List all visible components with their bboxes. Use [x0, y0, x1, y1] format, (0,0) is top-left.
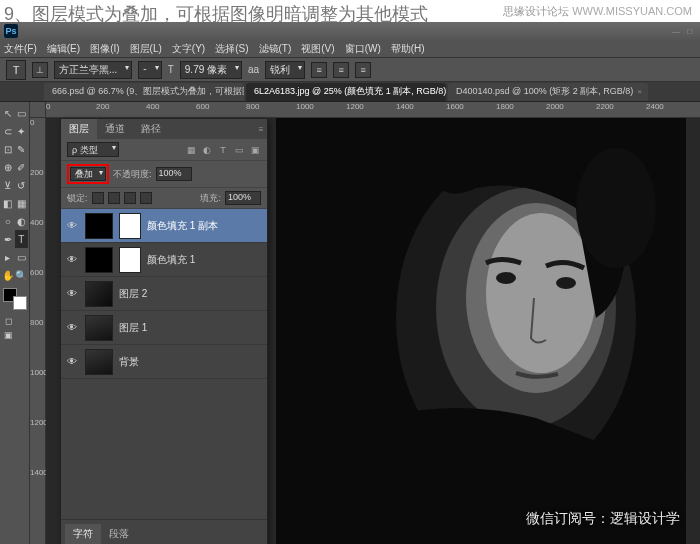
layer-name[interactable]: 颜色填充 1 副本 — [147, 219, 218, 233]
layer-row[interactable]: 👁 背景 — [61, 345, 267, 379]
menu-filter[interactable]: 滤镜(T) — [259, 42, 292, 56]
path-select-icon[interactable]: ▸ — [1, 248, 15, 266]
antialias-label: aa — [248, 64, 259, 75]
screenmode-icon[interactable]: ▣ — [1, 328, 15, 342]
layer-thumb[interactable] — [85, 315, 113, 341]
tab-2[interactable]: D400140.psd @ 100% (矩形 2 副本, RGB/8)× — [448, 83, 648, 101]
ruler-tick: 400 — [30, 218, 43, 227]
align-center-icon[interactable]: ≡ — [333, 62, 349, 78]
eye-icon[interactable]: 👁 — [65, 219, 79, 233]
layer-thumb[interactable] — [85, 247, 113, 273]
move-tool-icon[interactable]: ↖ — [1, 104, 15, 122]
lock-pixel-icon[interactable] — [108, 192, 120, 204]
fill-label: 填充: — [200, 192, 221, 205]
filter-type-icon[interactable]: T — [217, 144, 229, 156]
quickmask-icon[interactable]: ◻ — [1, 314, 15, 328]
close-icon[interactable]: × — [637, 87, 642, 96]
filter-adjust-icon[interactable]: ◐ — [201, 144, 213, 156]
panel-menu-icon[interactable]: ≡ — [255, 123, 267, 135]
layer-name[interactable]: 背景 — [119, 355, 139, 369]
layer-thumb[interactable] — [85, 349, 113, 375]
tab-paths[interactable]: 路径 — [133, 119, 169, 139]
crop-tool-icon[interactable]: ⊡ — [1, 140, 15, 158]
ruler-tick: 1600 — [446, 102, 464, 111]
filter-pixel-icon[interactable]: ▦ — [185, 144, 197, 156]
font-size-select[interactable]: 9.79 像素 — [180, 61, 242, 79]
antialias-select[interactable]: 锐利 — [265, 61, 305, 79]
marquee-tool-icon[interactable]: ▭ — [15, 104, 29, 122]
color-swatch[interactable] — [3, 288, 27, 310]
lock-pos-icon[interactable] — [124, 192, 136, 204]
lasso-tool-icon[interactable]: ⊂ — [1, 122, 15, 140]
ruler-tick: 200 — [96, 102, 109, 111]
stamp-tool-icon[interactable]: ⊻ — [1, 176, 15, 194]
tab-0[interactable]: 666.psd @ 66.7% (9、图层模式为叠加，可根据图像明暗调整为其他模… — [44, 83, 244, 101]
gradient-tool-icon[interactable]: ▦ — [15, 194, 29, 212]
menu-view[interactable]: 视图(V) — [301, 42, 334, 56]
eye-icon[interactable]: 👁 — [65, 321, 79, 335]
opacity-input[interactable]: 100% — [156, 167, 192, 181]
layer-thumb[interactable] — [85, 213, 113, 239]
minimize-icon[interactable]: — — [670, 25, 682, 37]
heal-tool-icon[interactable]: ⊕ — [1, 158, 15, 176]
tab-channels[interactable]: 通道 — [97, 119, 133, 139]
menu-window[interactable]: 窗口(W) — [345, 42, 381, 56]
font-style-select[interactable]: - — [138, 61, 161, 79]
menu-select[interactable]: 选择(S) — [215, 42, 248, 56]
wand-tool-icon[interactable]: ✦ — [15, 122, 29, 140]
ruler-tick: 600 — [30, 268, 43, 277]
tab-layers[interactable]: 图层 — [61, 119, 97, 139]
filter-kind-select[interactable]: ρ 类型 — [67, 142, 119, 157]
menu-type[interactable]: 文字(Y) — [172, 42, 205, 56]
tab-character[interactable]: 字符 — [65, 524, 101, 544]
tab-1[interactable]: 6L2A6183.jpg @ 25% (颜色填充 1 副本, RGB/8) *× — [246, 83, 446, 101]
layer-thumb[interactable] — [85, 281, 113, 307]
layer-row[interactable]: 👁 图层 2 — [61, 277, 267, 311]
lock-all-icon[interactable] — [140, 192, 152, 204]
maximize-icon[interactable]: □ — [684, 25, 696, 37]
font-size-icon: T — [168, 64, 174, 75]
layer-row[interactable]: 👁 颜色填充 1 副本 — [61, 209, 267, 243]
layer-name[interactable]: 颜色填充 1 — [147, 253, 195, 267]
eraser-tool-icon[interactable]: ◧ — [1, 194, 15, 212]
menu-layer[interactable]: 图层(L) — [130, 42, 162, 56]
tab-paragraph[interactable]: 段落 — [101, 524, 137, 544]
align-left-icon[interactable]: ≡ — [311, 62, 327, 78]
blur-tool-icon[interactable]: ○ — [1, 212, 15, 230]
hand-tool-icon[interactable]: ✋ — [1, 266, 15, 284]
tool-preset-icon[interactable]: T — [6, 60, 26, 80]
type-tool-icon[interactable]: T — [15, 230, 29, 248]
fill-input[interactable]: 100% — [225, 191, 261, 205]
document-tabs: 666.psd @ 66.7% (9、图层模式为叠加，可根据图像明暗调整为其他模… — [0, 82, 700, 102]
canvas-area: 0 200 400 600 800 1000 1200 1400 1600 18… — [30, 102, 700, 544]
layer-row[interactable]: 👁 颜色填充 1 — [61, 243, 267, 277]
layer-mask[interactable] — [119, 247, 141, 273]
menu-image[interactable]: 图像(I) — [90, 42, 119, 56]
zoom-tool-icon[interactable]: 🔍 — [15, 266, 29, 284]
eye-icon[interactable]: 👁 — [65, 253, 79, 267]
layer-name[interactable]: 图层 2 — [119, 287, 147, 301]
eye-icon[interactable]: 👁 — [65, 287, 79, 301]
eye-icon[interactable]: 👁 — [65, 355, 79, 369]
brush-tool-icon[interactable]: ✐ — [15, 158, 29, 176]
layer-mask[interactable] — [119, 213, 141, 239]
orientation-icon[interactable]: ⊥ — [32, 62, 48, 78]
dodge-tool-icon[interactable]: ◐ — [15, 212, 29, 230]
menu-help[interactable]: 帮助(H) — [391, 42, 425, 56]
layer-name[interactable]: 图层 1 — [119, 321, 147, 335]
layer-row[interactable]: 👁 图层 1 — [61, 311, 267, 345]
filter-smart-icon[interactable]: ▣ — [249, 144, 261, 156]
menu-edit[interactable]: 编辑(E) — [47, 42, 80, 56]
font-family-select[interactable]: 方正兰亭黑... — [54, 61, 132, 79]
eyedropper-tool-icon[interactable]: ✎ — [15, 140, 29, 158]
blend-mode-select[interactable]: 叠加 — [70, 167, 106, 181]
align-right-icon[interactable]: ≡ — [355, 62, 371, 78]
lock-trans-icon[interactable] — [92, 192, 104, 204]
filter-shape-icon[interactable]: ▭ — [233, 144, 245, 156]
shape-tool-icon[interactable]: ▭ — [15, 248, 29, 266]
menu-file[interactable]: 文件(F) — [4, 42, 37, 56]
history-brush-icon[interactable]: ↺ — [15, 176, 29, 194]
canvas[interactable]: 图层 通道 路径 ≡ ρ 类型 ▦ ◐ T ▭ ▣ — [46, 118, 700, 544]
layer-list: 👁 颜色填充 1 副本 👁 颜色填充 1 👁 — [61, 209, 267, 379]
pen-tool-icon[interactable]: ✒ — [1, 230, 15, 248]
